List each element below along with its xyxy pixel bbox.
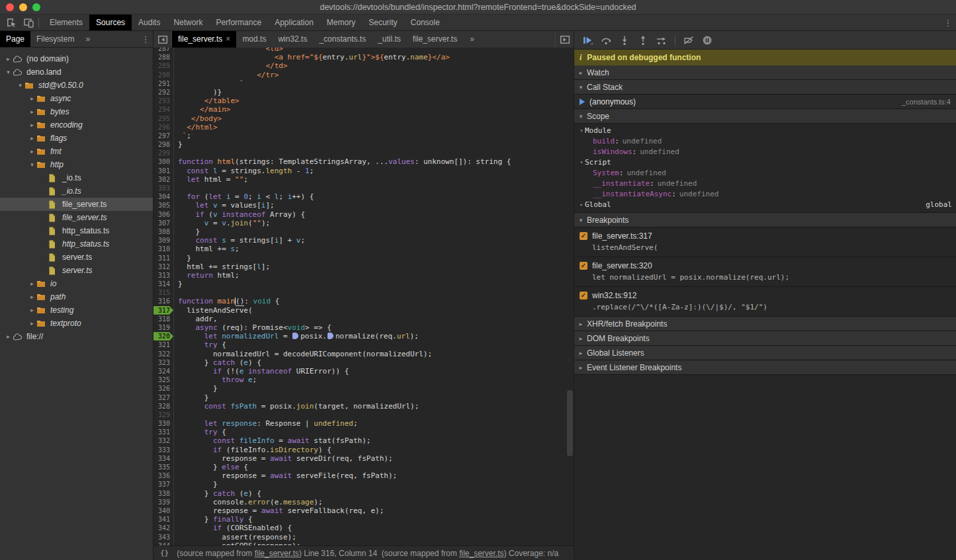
chevron-right-icon[interactable]: ▸ — [28, 135, 36, 141]
tree-item-server-ts[interactable]: server.ts — [0, 264, 153, 277]
section-xhr-fetch-breakpoints[interactable]: ▸XHR/fetch Breakpoints — [574, 317, 956, 331]
code-text[interactable]: const fsPath = posix.join(target, normal… — [174, 402, 419, 411]
section-watch[interactable]: ▸ Watch — [574, 65, 956, 80]
code-text[interactable]: try { — [174, 340, 226, 349]
breakpoint-checkbox[interactable]: ✓ — [580, 262, 587, 270]
code-text[interactable]: async (req): Promise<void> => { — [174, 323, 331, 332]
tree-item-http-status-ts[interactable]: http_status.ts — [0, 237, 153, 251]
line-number-296[interactable]: 296 — [153, 123, 173, 132]
tree-item-no-domain[interactable]: ▸(no domain) — [0, 52, 153, 65]
line-number-322[interactable]: 322 — [153, 350, 173, 358]
line-number-340[interactable]: 340 — [153, 506, 173, 515]
code-text[interactable]: html += strings[l]; — [174, 262, 270, 271]
code-text[interactable]: const s = strings[i] + v; — [174, 236, 305, 245]
pause-on-exceptions-icon[interactable] — [698, 32, 717, 49]
line-number-341[interactable]: 341 — [153, 515, 173, 524]
code-text[interactable]: if (CORSEnabled) { — [174, 524, 292, 532]
breakpoint-code-snippet[interactable]: listenAndServe( — [574, 242, 956, 253]
navigator-tab-page[interactable]: Page — [0, 31, 30, 47]
code-text[interactable] — [174, 411, 178, 419]
code-text[interactable]: if (fileInfo.isDirectory) { — [174, 446, 331, 454]
line-number-327[interactable]: 327 — [153, 393, 173, 402]
main-tab-security[interactable]: Security — [362, 15, 404, 30]
line-number-290[interactable]: 290 — [153, 71, 173, 79]
tree-item-encoding[interactable]: ▸encoding — [0, 118, 153, 132]
line-number-307[interactable]: 307 — [153, 219, 173, 227]
source-map-link[interactable]: file_server.ts — [459, 549, 503, 558]
line-number-338[interactable]: 338 — [153, 489, 173, 498]
deactivate-breakpoints-icon[interactable] — [679, 32, 698, 49]
tree-item-file-server-ts[interactable]: file_server.ts — [0, 198, 153, 211]
code-text[interactable]: )} — [174, 88, 222, 97]
line-number-288[interactable]: 288 — [153, 53, 173, 61]
line-number-309[interactable]: 309 — [153, 236, 173, 245]
step-icon[interactable] — [652, 32, 671, 49]
code-text[interactable]: </tr> — [174, 71, 279, 79]
tree-item-http-status-ts[interactable]: http_status.ts — [0, 224, 153, 237]
code-text[interactable]: for (let i = 0; i < l; i++) { — [174, 192, 314, 201]
line-number-332[interactable]: 332 — [153, 436, 173, 445]
code-text[interactable]: } — [174, 384, 218, 393]
code-text[interactable]: } catch (e) { — [174, 358, 261, 367]
show-debugger-sidebar-icon[interactable] — [555, 31, 574, 48]
line-number-323[interactable]: 323 — [153, 358, 173, 367]
line-number-336[interactable]: 336 — [153, 471, 173, 480]
section-breakpoints[interactable]: ▾ Breakpoints — [574, 213, 956, 227]
line-number-305[interactable]: 305 — [153, 201, 173, 210]
line-number-344[interactable]: 344 — [153, 541, 173, 545]
line-number-313[interactable]: 313 — [153, 271, 173, 280]
breakpoint-code-snippet[interactable]: let normalizedUrl = posix.normalize(req.… — [574, 272, 956, 283]
line-number-324[interactable]: 324 — [153, 367, 173, 376]
inline-step-marker-icon[interactable] — [292, 333, 298, 339]
line-number-293[interactable]: 293 — [153, 97, 173, 105]
code-text[interactable]: } — [174, 480, 218, 489]
tree-item-io-ts[interactable]: _io.ts — [0, 184, 153, 198]
tree-item-file-server-ts[interactable]: file_server.ts — [0, 211, 153, 224]
tree-item-deno-land[interactable]: ▾deno.land — [0, 65, 153, 79]
code-text[interactable]: } — [174, 393, 208, 402]
code-text[interactable]: try { — [174, 428, 226, 436]
step-into-icon[interactable] — [615, 32, 634, 49]
line-number-315[interactable]: 315 — [153, 288, 173, 297]
line-number-308[interactable]: 308 — [153, 227, 173, 236]
step-over-icon[interactable] — [597, 32, 615, 49]
chevron-down-icon[interactable]: ▾ — [28, 161, 36, 168]
resume-script-icon[interactable] — [578, 32, 597, 49]
tree-item-http[interactable]: ▾http — [0, 158, 153, 171]
section-dom-breakpoints[interactable]: ▸DOM Breakpoints — [574, 331, 956, 346]
code-text[interactable]: function main(): void { — [174, 297, 279, 305]
code-text[interactable]: v = v.join(""); — [174, 219, 270, 227]
code-text[interactable]: } — [174, 280, 183, 288]
chevron-right-icon[interactable]: ▸ — [28, 108, 36, 115]
code-text[interactable]: let v = values[i]; — [174, 201, 275, 210]
code-text[interactable]: </table> — [174, 97, 239, 105]
breakpoint-code-snippet[interactable]: .replace(/^\/*([A-Za-z]:)(\/|$)/, "$1/") — [574, 301, 956, 313]
scope-section-script[interactable]: ▾Script — [574, 157, 956, 167]
editor-tab-overflow-icon[interactable]: » — [463, 31, 481, 48]
editor-tab-constants-ts[interactable]: _constants.ts — [313, 31, 372, 48]
line-number-314[interactable]: 314 — [153, 280, 173, 288]
line-number-326[interactable]: 326 — [153, 384, 173, 393]
line-number-328[interactable]: 328 — [153, 402, 173, 411]
line-number-301[interactable]: 301 — [153, 167, 173, 175]
code-text[interactable]: </td> — [174, 61, 288, 70]
line-number-321[interactable]: 321 — [153, 340, 173, 349]
code-text[interactable]: let html = ""; — [174, 175, 248, 184]
code-text[interactable]: let normalizedUrl = posix.normalize(req.… — [174, 332, 419, 340]
line-number-300[interactable]: 300 — [153, 157, 173, 166]
code-text[interactable]: html += s; — [174, 245, 239, 253]
tree-item-flags[interactable]: ▸flags — [0, 132, 153, 145]
chevron-down-icon[interactable]: ▾ — [16, 82, 24, 89]
code-text[interactable]: } catch (e) { — [174, 489, 261, 498]
tree-item-async[interactable]: ▸async — [0, 92, 153, 105]
section-scope[interactable]: ▾ Scope — [574, 109, 956, 124]
tree-item-std-v0-50-0[interactable]: ▾std@v0.50.0 — [0, 79, 153, 92]
frame-location[interactable]: _constants.ts:4 — [902, 98, 951, 106]
line-number-342[interactable]: 342 — [153, 524, 173, 532]
code-text[interactable]: <td> — [174, 48, 283, 53]
line-number-334[interactable]: 334 — [153, 454, 173, 463]
editor-tab-file-server-ts[interactable]: file_server.ts× — [172, 31, 236, 48]
tree-item-textproto[interactable]: ▸textproto — [0, 317, 153, 330]
navigator-menu-icon[interactable]: ⋮ — [138, 31, 153, 47]
line-number-287[interactable]: 287 — [153, 48, 173, 53]
